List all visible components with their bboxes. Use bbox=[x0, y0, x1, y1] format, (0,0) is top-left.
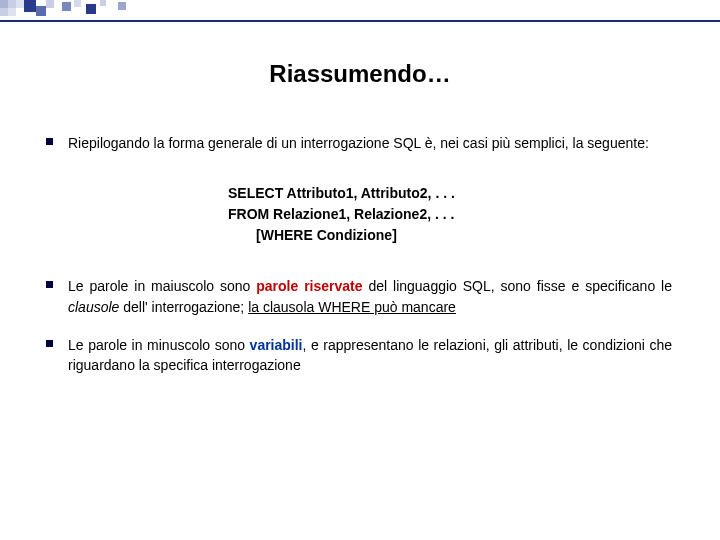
bullet-icon bbox=[46, 138, 53, 145]
where-clause-note: la clausola WHERE può mancare bbox=[248, 299, 456, 315]
bullet-text: Le parole in minuscolo sono bbox=[68, 337, 250, 353]
deco-square bbox=[118, 2, 126, 10]
deco-square bbox=[8, 0, 16, 8]
right-bracket: ] bbox=[392, 227, 397, 243]
where-arg: Condizione bbox=[313, 227, 392, 243]
deco-square bbox=[46, 0, 54, 8]
sql-where-line: [WHERE Condizione] bbox=[228, 225, 672, 246]
sql-syntax-block: SELECT Attributo1, Attributo2, . . . FRO… bbox=[228, 183, 672, 246]
bullet-text: Le parole in maiuscolo sono bbox=[68, 278, 256, 294]
bullet-item: Le parole in maiuscolo sono parole riser… bbox=[68, 276, 672, 317]
deco-square bbox=[86, 4, 96, 14]
select-keyword: SELECT bbox=[228, 185, 283, 201]
deco-square bbox=[36, 6, 46, 16]
deco-square bbox=[16, 0, 24, 8]
deco-square bbox=[62, 2, 71, 11]
deco-square bbox=[100, 0, 106, 6]
deco-square bbox=[8, 8, 16, 16]
deco-square bbox=[0, 20, 720, 22]
bullet-text: Riepilogando la forma generale di un int… bbox=[68, 135, 649, 151]
variable-word: variabili bbox=[250, 337, 303, 353]
bullet-icon bbox=[46, 281, 53, 288]
reserved-words: parole riservate bbox=[256, 278, 362, 294]
bullet-item: Riepilogando la forma generale di un int… bbox=[68, 133, 672, 153]
from-keyword: FROM bbox=[228, 206, 269, 222]
sql-select-line: SELECT Attributo1, Attributo2, . . . bbox=[228, 183, 672, 204]
deco-square bbox=[24, 0, 36, 12]
from-args: Relazione1, Relazione2, . . . bbox=[269, 206, 454, 222]
sql-from-line: FROM Relazione1, Relazione2, . . . bbox=[228, 204, 672, 225]
slide-decoration bbox=[0, 0, 720, 40]
deco-square bbox=[74, 0, 81, 7]
bullet-item: Le parole in minuscolo sono variabili, e… bbox=[68, 335, 672, 376]
clausole-word: clausole bbox=[68, 299, 119, 315]
slide-content: Riepilogando la forma generale di un int… bbox=[0, 133, 720, 375]
select-args: Attributo1, Attributo2, . . . bbox=[283, 185, 455, 201]
bullet-text: dell' interrogazione; bbox=[119, 299, 248, 315]
bullet-icon bbox=[46, 340, 53, 347]
where-keyword: WHERE bbox=[261, 227, 313, 243]
deco-square bbox=[0, 0, 8, 8]
slide-title: Riassumendo… bbox=[0, 60, 720, 88]
deco-square bbox=[0, 8, 8, 16]
bullet-text: del linguaggio SQL, sono fisse e specifi… bbox=[363, 278, 672, 294]
